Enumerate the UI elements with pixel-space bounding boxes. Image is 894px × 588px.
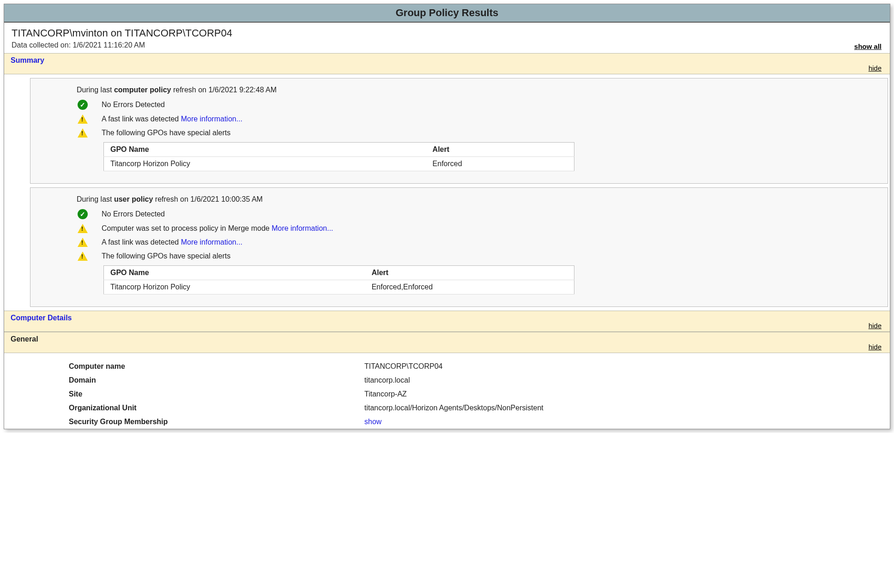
details-value: show [361,415,882,429]
context-title: TITANCORP\mvinton on TITANCORP\TCORP04 [12,27,882,39]
computer-refresh-panel: During last computer policy refresh on 1… [30,78,888,184]
header-block: TITANCORP\mvinton on TITANCORP\TCORP04 D… [4,23,890,53]
table-cell: Titancorp Horizon Policy [104,157,426,171]
details-key: Site [65,387,361,401]
status-text: No Errors Detected [102,210,165,218]
status-row: ✓No Errors Detected [77,100,879,110]
warning-icon [78,238,88,247]
show-all-link[interactable]: show all [854,42,882,50]
details-key: Security Group Membership [65,415,361,429]
details-row: Organizational Unittitancorp.local/Horiz… [65,401,882,415]
table-row: Titancorp Horizon PolicyEnforced [104,157,574,171]
warning-icon [78,224,88,233]
user-refresh-panel: During last user policy refresh on 1/6/2… [30,187,888,307]
details-value: titancorp.local/Horizon Agents/Desktops/… [361,401,882,415]
table-header: GPO Name [104,143,426,157]
status-row: Computer was set to process policy in Me… [77,224,879,233]
more-info-link[interactable]: More information... [272,224,333,232]
section-summary-header[interactable]: Summary hide [4,53,890,74]
status-text: A fast link was detected More informatio… [102,115,242,123]
details-value: titancorp.local [361,373,882,387]
section-general-label: General [11,335,38,343]
section-computer-details-toggle[interactable]: hide [869,322,882,330]
details-key: Computer name [65,360,361,373]
status-text: The following GPOs have special alerts [102,129,230,137]
user-status-rows: ✓No Errors DetectedComputer was set to p… [39,209,879,261]
status-text: No Errors Detected [102,101,165,109]
section-general-toggle[interactable]: hide [869,343,882,351]
table-header: Alert [365,266,574,280]
table-row: Titancorp Horizon PolicyEnforced,Enforce… [104,280,574,294]
warning-icon [78,252,88,261]
success-icon: ✓ [78,100,88,110]
more-info-link[interactable]: More information... [181,238,242,246]
computer-status-rows: ✓No Errors DetectedA fast link was detec… [39,100,879,138]
table-cell: Enforced,Enforced [365,280,574,294]
details-value: TITANCORP\TCORP04 [361,360,882,373]
table-cell: Enforced [426,157,574,171]
table-header: GPO Name [104,266,365,280]
warning-icon [78,114,88,124]
details-row: Computer nameTITANCORP\TCORP04 [65,360,882,373]
user-gpo-table: GPO Name Alert Titancorp Horizon PolicyE… [103,265,574,294]
section-summary-label: Summary [11,56,44,64]
success-icon: ✓ [78,209,88,219]
status-text: Computer was set to process policy in Me… [102,224,333,233]
status-row: The following GPOs have special alerts [77,252,879,261]
details-row: SiteTitancorp-AZ [65,387,882,401]
section-summary-toggle[interactable]: hide [869,64,882,72]
details-key: Domain [65,373,361,387]
computer-gpo-table: GPO Name Alert Titancorp Horizon PolicyE… [103,142,574,171]
section-computer-details-label: Computer Details [11,314,72,322]
general-content: Computer nameTITANCORP\TCORP04Domaintita… [4,360,890,429]
more-info-link[interactable]: More information... [181,115,242,123]
section-computer-details-header[interactable]: Computer Details hide [4,311,890,332]
user-refresh-heading: During last user policy refresh on 1/6/2… [77,195,879,204]
show-link[interactable]: show [364,418,381,426]
summary-content: During last computer policy refresh on 1… [4,78,890,307]
general-table: Computer nameTITANCORP\TCORP04Domaintita… [65,360,882,429]
details-value: Titancorp-AZ [361,387,882,401]
collected-on: Data collected on: 1/6/2021 11:16:20 AM [12,41,882,49]
table-header: Alert [426,143,574,157]
status-text: The following GPOs have special alerts [102,252,230,260]
details-row: Security Group Membershipshow [65,415,882,429]
details-row: Domaintitancorp.local [65,373,882,387]
status-row: ✓No Errors Detected [77,209,879,219]
app-title: Group Policy Results [4,4,890,23]
status-row: A fast link was detected More informatio… [77,114,879,124]
details-key: Organizational Unit [65,401,361,415]
warning-icon [78,128,88,138]
status-row: A fast link was detected More informatio… [77,238,879,247]
status-text: A fast link was detected More informatio… [102,238,242,246]
status-row: The following GPOs have special alerts [77,128,879,138]
section-general-header[interactable]: General hide [4,332,890,353]
computer-refresh-heading: During last computer policy refresh on 1… [77,86,879,94]
table-cell: Titancorp Horizon Policy [104,280,365,294]
